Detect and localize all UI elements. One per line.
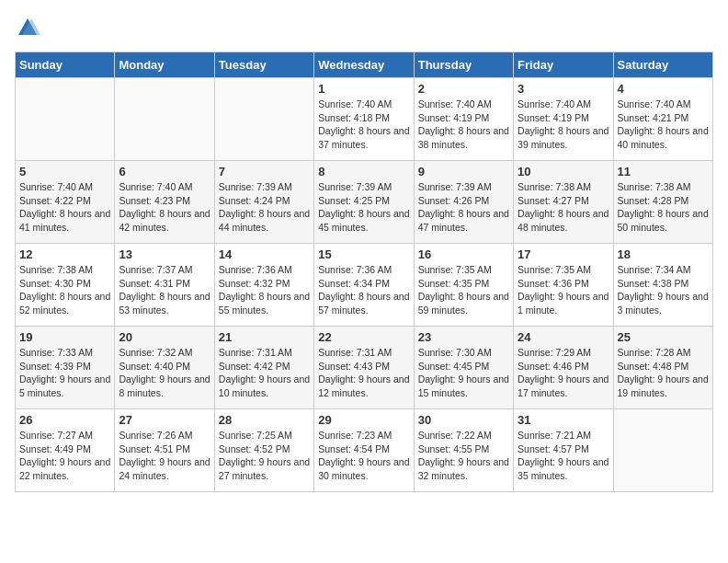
column-header-friday: Friday <box>514 52 613 78</box>
day-cell <box>16 78 115 161</box>
day-info: Sunrise: 7:28 AM Sunset: 4:48 PM Dayligh… <box>618 346 709 400</box>
day-info: Sunrise: 7:40 AM Sunset: 4:22 PM Dayligh… <box>19 180 110 235</box>
day-number: 12 <box>19 247 110 261</box>
week-row-4: 19Sunrise: 7:33 AM Sunset: 4:39 PM Dayli… <box>16 327 713 409</box>
day-info: Sunrise: 7:40 AM Sunset: 4:18 PM Dayligh… <box>318 98 409 152</box>
day-info: Sunrise: 7:29 AM Sunset: 4:46 PM Dayligh… <box>518 346 609 400</box>
day-info: Sunrise: 7:38 AM Sunset: 4:30 PM Dayligh… <box>19 263 110 317</box>
day-cell: 3Sunrise: 7:40 AM Sunset: 4:19 PM Daylig… <box>514 78 613 161</box>
day-number: 6 <box>119 165 210 178</box>
day-cell: 21Sunrise: 7:31 AM Sunset: 4:42 PM Dayli… <box>214 327 313 409</box>
day-info: Sunrise: 7:35 AM Sunset: 4:35 PM Dayligh… <box>418 263 509 317</box>
day-number: 2 <box>418 82 509 96</box>
day-number: 26 <box>19 413 110 427</box>
day-cell: 30Sunrise: 7:22 AM Sunset: 4:55 PM Dayli… <box>414 409 513 492</box>
day-cell: 23Sunrise: 7:30 AM Sunset: 4:45 PM Dayli… <box>414 327 513 409</box>
day-number: 1 <box>318 82 409 96</box>
calendar-table: SundayMondayTuesdayWednesdayThursdayFrid… <box>15 52 713 492</box>
page-header <box>15 15 713 40</box>
day-number: 29 <box>318 413 409 427</box>
day-number: 7 <box>219 165 310 178</box>
day-info: Sunrise: 7:36 AM Sunset: 4:32 PM Dayligh… <box>219 263 310 317</box>
day-number: 25 <box>618 330 709 344</box>
day-cell: 24Sunrise: 7:29 AM Sunset: 4:46 PM Dayli… <box>514 327 613 409</box>
day-number: 23 <box>418 330 509 344</box>
day-info: Sunrise: 7:40 AM Sunset: 4:21 PM Dayligh… <box>618 98 709 152</box>
day-cell: 22Sunrise: 7:31 AM Sunset: 4:43 PM Dayli… <box>314 327 414 409</box>
day-info: Sunrise: 7:40 AM Sunset: 4:19 PM Dayligh… <box>418 98 509 152</box>
day-info: Sunrise: 7:31 AM Sunset: 4:42 PM Dayligh… <box>219 346 310 400</box>
column-header-monday: Monday <box>115 52 214 78</box>
day-cell: 16Sunrise: 7:35 AM Sunset: 4:35 PM Dayli… <box>414 244 513 327</box>
day-number: 30 <box>418 413 509 427</box>
day-cell: 28Sunrise: 7:25 AM Sunset: 4:52 PM Dayli… <box>214 409 313 492</box>
day-number: 19 <box>19 330 110 344</box>
day-cell: 18Sunrise: 7:34 AM Sunset: 4:38 PM Dayli… <box>613 244 712 327</box>
column-header-tuesday: Tuesday <box>214 52 313 78</box>
day-cell <box>214 78 313 161</box>
logo-icon <box>15 15 40 40</box>
day-number: 10 <box>518 165 609 178</box>
day-cell: 1Sunrise: 7:40 AM Sunset: 4:18 PM Daylig… <box>314 78 414 161</box>
day-cell <box>613 409 712 492</box>
logo <box>15 15 44 40</box>
day-info: Sunrise: 7:33 AM Sunset: 4:39 PM Dayligh… <box>19 346 110 400</box>
day-cell <box>115 78 214 161</box>
day-info: Sunrise: 7:39 AM Sunset: 4:25 PM Dayligh… <box>318 180 409 235</box>
day-info: Sunrise: 7:25 AM Sunset: 4:52 PM Dayligh… <box>219 429 310 483</box>
week-row-1: 1Sunrise: 7:40 AM Sunset: 4:18 PM Daylig… <box>16 78 713 161</box>
day-cell: 12Sunrise: 7:38 AM Sunset: 4:30 PM Dayli… <box>16 244 115 327</box>
day-number: 9 <box>418 165 509 178</box>
calendar-header-row: SundayMondayTuesdayWednesdayThursdayFrid… <box>16 52 713 78</box>
day-cell: 8Sunrise: 7:39 AM Sunset: 4:25 PM Daylig… <box>314 161 414 244</box>
day-info: Sunrise: 7:35 AM Sunset: 4:36 PM Dayligh… <box>518 263 609 317</box>
day-info: Sunrise: 7:34 AM Sunset: 4:38 PM Dayligh… <box>618 263 709 317</box>
day-number: 21 <box>219 330 310 344</box>
day-info: Sunrise: 7:21 AM Sunset: 4:57 PM Dayligh… <box>518 429 609 483</box>
day-cell: 27Sunrise: 7:26 AM Sunset: 4:51 PM Dayli… <box>115 409 214 492</box>
day-number: 16 <box>418 247 509 261</box>
day-cell: 5Sunrise: 7:40 AM Sunset: 4:22 PM Daylig… <box>16 161 115 244</box>
day-cell: 11Sunrise: 7:38 AM Sunset: 4:28 PM Dayli… <box>613 161 712 244</box>
day-cell: 10Sunrise: 7:38 AM Sunset: 4:27 PM Dayli… <box>514 161 613 244</box>
day-info: Sunrise: 7:40 AM Sunset: 4:19 PM Dayligh… <box>518 98 609 152</box>
day-cell: 7Sunrise: 7:39 AM Sunset: 4:24 PM Daylig… <box>214 161 313 244</box>
day-cell: 13Sunrise: 7:37 AM Sunset: 4:31 PM Dayli… <box>115 244 214 327</box>
day-number: 24 <box>518 330 609 344</box>
day-cell: 2Sunrise: 7:40 AM Sunset: 4:19 PM Daylig… <box>414 78 513 161</box>
day-cell: 15Sunrise: 7:36 AM Sunset: 4:34 PM Dayli… <box>314 244 414 327</box>
day-number: 13 <box>119 247 210 261</box>
day-cell: 31Sunrise: 7:21 AM Sunset: 4:57 PM Dayli… <box>514 409 613 492</box>
day-cell: 4Sunrise: 7:40 AM Sunset: 4:21 PM Daylig… <box>613 78 712 161</box>
week-row-5: 26Sunrise: 7:27 AM Sunset: 4:49 PM Dayli… <box>16 409 713 492</box>
day-info: Sunrise: 7:39 AM Sunset: 4:24 PM Dayligh… <box>219 180 310 235</box>
day-number: 27 <box>119 413 210 427</box>
day-cell: 20Sunrise: 7:32 AM Sunset: 4:40 PM Dayli… <box>115 327 214 409</box>
week-row-3: 12Sunrise: 7:38 AM Sunset: 4:30 PM Dayli… <box>16 244 713 327</box>
day-number: 18 <box>618 247 709 261</box>
column-header-wednesday: Wednesday <box>314 52 414 78</box>
day-info: Sunrise: 7:30 AM Sunset: 4:45 PM Dayligh… <box>418 346 509 400</box>
day-info: Sunrise: 7:40 AM Sunset: 4:23 PM Dayligh… <box>119 180 210 235</box>
column-header-thursday: Thursday <box>414 52 513 78</box>
day-number: 20 <box>119 330 210 344</box>
day-number: 3 <box>518 82 609 96</box>
day-info: Sunrise: 7:23 AM Sunset: 4:54 PM Dayligh… <box>318 429 409 483</box>
day-number: 14 <box>219 247 310 261</box>
day-number: 4 <box>618 82 709 96</box>
day-info: Sunrise: 7:22 AM Sunset: 4:55 PM Dayligh… <box>418 429 509 483</box>
day-number: 8 <box>318 165 409 178</box>
day-cell: 25Sunrise: 7:28 AM Sunset: 4:48 PM Dayli… <box>613 327 712 409</box>
day-cell: 14Sunrise: 7:36 AM Sunset: 4:32 PM Dayli… <box>214 244 313 327</box>
day-info: Sunrise: 7:32 AM Sunset: 4:40 PM Dayligh… <box>119 346 210 400</box>
day-cell: 19Sunrise: 7:33 AM Sunset: 4:39 PM Dayli… <box>16 327 115 409</box>
day-cell: 17Sunrise: 7:35 AM Sunset: 4:36 PM Dayli… <box>514 244 613 327</box>
day-info: Sunrise: 7:39 AM Sunset: 4:26 PM Dayligh… <box>418 180 509 235</box>
day-number: 15 <box>318 247 409 261</box>
day-info: Sunrise: 7:31 AM Sunset: 4:43 PM Dayligh… <box>318 346 409 400</box>
week-row-2: 5Sunrise: 7:40 AM Sunset: 4:22 PM Daylig… <box>16 161 713 244</box>
day-cell: 26Sunrise: 7:27 AM Sunset: 4:49 PM Dayli… <box>16 409 115 492</box>
day-cell: 9Sunrise: 7:39 AM Sunset: 4:26 PM Daylig… <box>414 161 513 244</box>
column-header-saturday: Saturday <box>613 52 712 78</box>
day-number: 31 <box>518 413 609 427</box>
